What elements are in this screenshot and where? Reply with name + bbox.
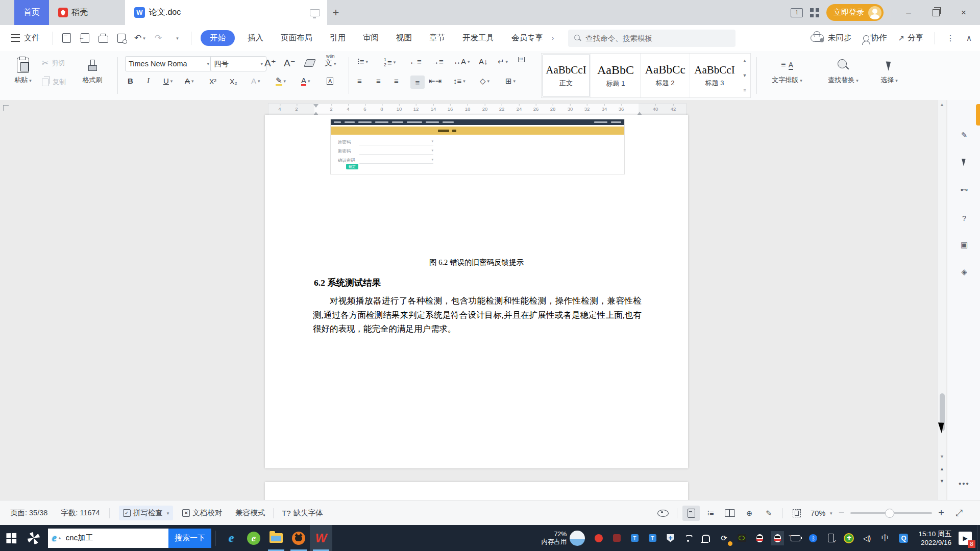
next-page[interactable] [265,482,688,500]
print-button[interactable] [96,32,110,45]
tab-membership[interactable]: 会员专享 [503,33,552,43]
taskbar-clock[interactable]: 15:10 周五 2022/9/16 [918,530,951,547]
notification-bell-icon[interactable] [699,531,713,545]
zoom-slider-thumb[interactable] [885,509,894,518]
taskbar-search-input[interactable] [62,533,168,543]
tab-document[interactable]: W 论文.doc [125,0,327,25]
ink-icon[interactable]: ✎ [760,506,777,521]
phonetic-guide-button[interactable]: wén 文▾ [325,54,336,66]
taskbar-file-explorer[interactable] [265,525,287,551]
tab-view[interactable]: 视图 [387,33,421,43]
tab-section[interactable]: 章节 [421,33,454,43]
numbered-list-button[interactable]: 12≡▾ [384,57,396,67]
apps-grid-icon[interactable] [810,8,819,17]
style-normal[interactable]: AaBbCcI 正文 [542,54,591,97]
zoom-level[interactable]: 70% [811,509,825,517]
previous-page-icon[interactable]: ▲ [938,466,946,471]
justify-button[interactable]: ≡ [410,76,425,89]
next-page-icon[interactable]: ▼ [938,479,946,484]
output-button[interactable] [78,32,91,45]
outline-view-icon[interactable]: ⁝≡ [702,506,719,521]
zoom-in-button[interactable]: + [938,507,944,519]
missing-font-button[interactable]: T? 缺失字体 [282,508,323,518]
tab-stops-button[interactable]: ᴵᴵᴵ [518,57,525,62]
text-effects-button[interactable]: A▾ [251,77,260,85]
format-painter-button[interactable]: 格式刷 [77,55,108,85]
web-view-icon[interactable]: ⊕ [741,506,758,521]
image-tool-icon[interactable]: ▣ [959,239,970,251]
usb-icon[interactable] [824,531,838,545]
distribute-button[interactable]: ⇤⇥ [429,77,442,86]
nvidia-icon[interactable] [735,531,748,545]
battery-icon[interactable] [789,531,802,545]
tab-review[interactable]: 审阅 [354,33,387,43]
word-count[interactable]: 字数: 11674 [61,508,100,518]
save-button[interactable] [60,32,73,45]
zoom-slider[interactable] [850,512,932,514]
font-size-select[interactable]: 四号▾ [210,56,266,71]
highlight-color-button[interactable]: ✎▾ [276,77,286,86]
qq-browser-icon[interactable]: Q [897,531,910,545]
pointer-tool-icon[interactable] [959,156,970,167]
vertical-scrollbar[interactable]: ▲ ▼ ▲ ▼ [938,100,946,500]
command-search[interactable] [554,30,736,47]
fit-page-icon[interactable] [788,506,805,521]
more-tools-icon[interactable]: ••• [959,478,970,489]
tray-maroon-app-icon[interactable] [610,531,623,545]
login-button[interactable]: 立即登录 [826,4,884,21]
ruler-tool-icon[interactable]: ⊷ [959,184,970,195]
italic-button[interactable]: I [147,77,150,85]
tab-home[interactable]: 首页 [14,0,49,25]
text-layout-button[interactable]: 文字排版▾ [767,55,807,85]
taskbar-search-button[interactable]: 搜索一下 [168,529,211,548]
more-menu-button[interactable]: ⋮ [946,34,955,43]
tab-insert[interactable]: 插入 [239,33,272,43]
strikethrough-button[interactable]: A▾ [185,77,194,85]
compat-mode-label[interactable]: 兼容模式 [235,508,265,518]
zoom-chevron-icon[interactable]: ▾ [830,511,832,516]
shading-button[interactable]: ◇▾ [480,77,489,86]
spell-check-toggle[interactable]: ✓ 拼写检查▾ [119,506,174,520]
close-button[interactable]: × [953,0,974,25]
page-view-icon[interactable] [682,506,700,521]
first-line-indent-marker[interactable] [313,104,318,108]
collapse-ribbon-button[interactable]: ∧ [966,34,972,43]
tray-tim2-icon[interactable]: T [646,531,659,545]
bluetooth-icon[interactable]: ᛒ [806,531,820,545]
paste-button[interactable]: 粘贴▾ [9,55,37,85]
increase-font-button[interactable]: A⁺ [264,57,276,69]
memory-usage[interactable]: 72% 内存占用 [541,531,567,546]
font-color-button[interactable]: A▾ [301,77,310,86]
increase-indent-button[interactable]: →≡ [431,57,444,66]
qq-icon[interactable] [753,531,766,545]
sync-status[interactable]: 未同步 [811,33,852,43]
tray-shield-icon[interactable]: ✚ [664,531,677,545]
annotate-pen-icon[interactable]: ✎ [959,130,970,141]
superscript-button[interactable]: X² [209,78,216,86]
new-feature-tab[interactable] [976,104,980,126]
qq2-icon[interactable] [771,531,784,545]
memory-ball-icon[interactable] [570,531,585,546]
tab-docer[interactable]: 稻壳 [49,0,97,25]
ime-indicator[interactable]: 中 [878,531,892,546]
underline-button[interactable]: U▾ [163,77,173,85]
share-button[interactable]: ↗ 分享 [898,33,924,43]
style-heading2[interactable]: AaBbCc 标题 2 [641,54,690,97]
tab-dev-tools[interactable]: 开发工具 [454,33,503,43]
gallery-up-icon[interactable]: ▲ [743,58,747,63]
taskbar-ie[interactable]: e [220,525,242,551]
subscript-button[interactable]: X₂ [230,78,237,86]
tab-page-layout[interactable]: 页面布局 [272,33,321,43]
line-spacing-button[interactable]: ↕≡▾ [453,77,465,85]
proofread-button[interactable]: ✕ 文档校对 [178,506,226,520]
copy-button[interactable]: 复制 [42,78,66,87]
clear-format-button[interactable] [305,59,314,67]
select-button[interactable]: 选择▾ [874,55,904,85]
rotation-lock-icon[interactable]: ⟳ [717,531,730,545]
pinwheel-app-button[interactable] [22,525,45,551]
align-left-button[interactable]: ≡ [357,77,362,85]
media-player-icon[interactable]: ▶ 8 [959,532,972,545]
tab-home-ribbon[interactable]: 开始 [201,30,235,46]
font-name-select[interactable]: Times New Roma▾ [125,56,213,71]
find-replace-button[interactable]: 查找替换▾ [819,55,868,85]
